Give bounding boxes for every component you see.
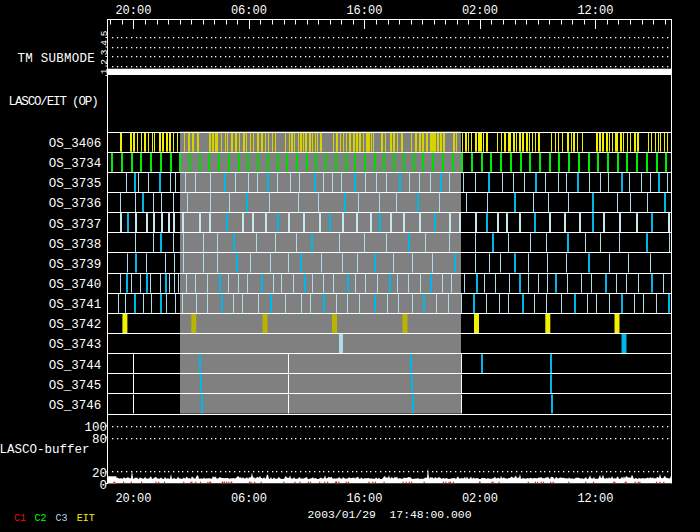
svg-text:2003/01/29 17:48:00.000: 2003/01/29 17:48:00.000	[307, 509, 471, 521]
svg-text:OS_3743: OS_3743	[49, 338, 102, 352]
svg-text:12:00: 12:00	[577, 4, 613, 18]
svg-text:20:00: 20:00	[115, 4, 151, 18]
svg-text:3: 3	[99, 49, 110, 55]
svg-text:LASCO/EIT (OP): LASCO/EIT (OP)	[9, 95, 98, 109]
svg-text:OS_3738: OS_3738	[49, 238, 102, 252]
svg-text:16:00: 16:00	[346, 492, 382, 506]
svg-text:OS_3735: OS_3735	[49, 177, 102, 191]
svg-text:06:00: 06:00	[231, 4, 267, 18]
svg-text:12:00: 12:00	[577, 492, 613, 506]
svg-text:OS_3746: OS_3746	[49, 399, 102, 413]
svg-text:OS_3745: OS_3745	[49, 379, 102, 393]
svg-text:TM SUBMODE: TM SUBMODE	[17, 52, 95, 66]
svg-text:LASCO-buffer: LASCO-buffer	[0, 443, 90, 457]
svg-text:0: 0	[99, 479, 107, 493]
svg-text:16:00: 16:00	[346, 4, 382, 18]
svg-text:C2: C2	[34, 513, 46, 524]
svg-text:06:00: 06:00	[231, 492, 267, 506]
svg-text:OS_3742: OS_3742	[49, 318, 102, 332]
svg-text:4: 4	[99, 40, 110, 46]
svg-text:OS_3406: OS_3406	[49, 137, 102, 151]
svg-text:OS_3734: OS_3734	[49, 157, 102, 171]
svg-text:OS_3737: OS_3737	[49, 218, 102, 232]
svg-text:20:00: 20:00	[115, 492, 151, 506]
svg-text:1: 1	[99, 68, 110, 74]
svg-text:5: 5	[99, 30, 110, 36]
svg-text:OS_3741: OS_3741	[49, 298, 102, 312]
svg-text:OS_3736: OS_3736	[49, 197, 102, 211]
svg-text:2: 2	[99, 59, 110, 65]
svg-text:OS_3744: OS_3744	[49, 359, 102, 373]
svg-text:OS_3740: OS_3740	[49, 278, 102, 292]
svg-text:02:00: 02:00	[462, 4, 498, 18]
svg-text:EIT: EIT	[77, 513, 95, 524]
svg-text:OS_3739: OS_3739	[49, 258, 102, 272]
svg-text:C1: C1	[14, 513, 26, 524]
svg-text:02:00: 02:00	[462, 492, 498, 506]
svg-text:C3: C3	[56, 513, 68, 524]
svg-text:80: 80	[92, 433, 107, 447]
